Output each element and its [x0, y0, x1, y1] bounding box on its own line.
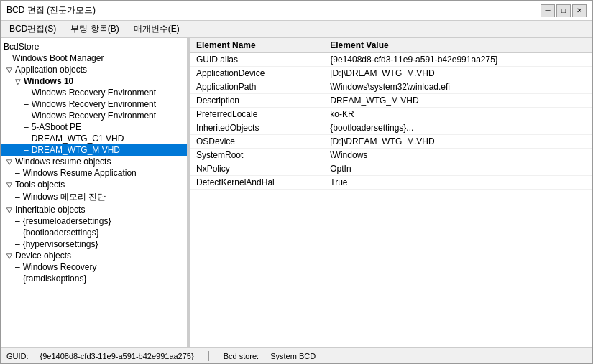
close-icon: ✕ [576, 6, 582, 14]
tree-item-hypervisor[interactable]: – {hypervisorsettings} [1, 238, 187, 250]
menu-params[interactable]: 매개변수(E) [128, 22, 185, 37]
expand-resume-icon: ▽ [6, 158, 12, 166]
tree-dash-2: – [24, 99, 29, 109]
tree-item-resume-app[interactable]: – Windows Resume Application [1, 167, 187, 179]
menu-bcd[interactable]: BCD편집(S) [4, 22, 62, 37]
device-objects-label: Device objects [15, 251, 71, 261]
resumeloader-label: {resumeloadersettings} [23, 216, 111, 226]
element-value-cell: True [324, 176, 592, 190]
windows10-label: Windows 10 [24, 76, 73, 86]
tree-item-dream-c1[interactable]: – DREAM_WTG_C1 VHD [1, 133, 187, 144]
application-objects-label: Application objects [15, 65, 87, 75]
expand-win10-icon: ▽ [15, 78, 21, 85]
table-row[interactable]: PreferredLocaleko-KR [190, 108, 592, 121]
table-row[interactable]: ApplicationDevice[D:]\DREAM_WTG_M.VHD [190, 67, 592, 80]
tree-dash-4: – [24, 122, 29, 132]
tree-item-windows10[interactable]: ▽ Windows 10 [1, 75, 187, 87]
tree-item-bcdstore[interactable]: BcdStore [1, 41, 187, 52]
table-row[interactable]: InheritedObjects{bootloadersettings}... [190, 121, 592, 135]
dream-m-label: DREAM_WTG_M VHD [32, 145, 120, 155]
boot-manager-label: Windows Boot Manager [12, 53, 104, 63]
element-value-cell: DREAM_WTG_M VHD [324, 94, 592, 108]
tree-dash-3: – [24, 111, 29, 121]
tree-item-win-mem[interactable]: – Windows 메모리 진단 [1, 190, 187, 204]
inheritable-objects-label: Inheritable objects [15, 205, 85, 215]
element-value-cell: [D:]\DREAM_WTG_M.VHD [324, 67, 592, 80]
status-divider [208, 351, 209, 361]
col-element-value: Element Value [324, 38, 592, 53]
minimize-icon: ─ [545, 6, 550, 14]
resume-app-label: Windows Resume Application [23, 168, 137, 178]
expand-device-icon: ▽ [6, 252, 12, 260]
tree-dash-8: – [15, 192, 20, 202]
table-row[interactable]: NxPolicyOptIn [190, 162, 592, 176]
expand-tools-icon: ▽ [6, 181, 12, 189]
tree-item-wre1[interactable]: – Windows Recovery Environment [1, 87, 187, 98]
element-name-cell: InheritedObjects [190, 121, 324, 135]
element-value-cell: \Windows\system32\winload.efi [324, 80, 592, 94]
tree-item-dream-m[interactable]: – DREAM_WTG_M VHD [1, 144, 187, 156]
window-title: BCD 편집 (전문가모드) [6, 4, 96, 17]
tree-item-wre2[interactable]: – Windows Recovery Environment [1, 98, 187, 110]
tree-item-bootloader[interactable]: – {bootloadersettings} [1, 227, 187, 238]
element-name-cell: ApplicationPath [190, 80, 324, 94]
element-value-cell: ko-KR [324, 108, 592, 121]
element-name-cell: SystemRoot [190, 149, 324, 162]
bcdstore-label: BcdStore [4, 42, 39, 52]
element-value-cell: {bootloadersettings}... [324, 121, 592, 135]
tree-dash-5: – [24, 134, 29, 144]
table-row[interactable]: DescriptionDREAM_WTG_M VHD [190, 94, 592, 108]
table-row[interactable]: DetectKernelAndHalTrue [190, 176, 592, 190]
tree-item-boot-manager[interactable]: Windows Boot Manager [1, 52, 187, 64]
element-name-cell: NxPolicy [190, 162, 324, 176]
dream-c1-label: DREAM_WTG_C1 VHD [32, 134, 124, 144]
menu-boot[interactable]: 부팅 항목(B) [65, 22, 124, 37]
bootloader-label: {bootloadersettings} [23, 228, 99, 238]
tree-item-win-recovery[interactable]: – Windows Recovery [1, 261, 187, 273]
tree-item-application-objects[interactable]: ▽ Application objects [1, 64, 187, 75]
expand-inheritable-icon: ▽ [6, 206, 12, 214]
wre1-label: Windows Recovery Environment [32, 88, 156, 98]
table-row[interactable]: SystemRoot\Windows [190, 149, 592, 162]
guid-value: {9e1408d8-cfd3-11e9-a591-b42e991aa275} [40, 352, 194, 360]
tree-pane[interactable]: BcdStore Windows Boot Manager ▽ Applicat… [1, 38, 188, 347]
table-row[interactable]: GUID alias{9e1408d8-cfd3-11e9-a591-b42e9… [190, 53, 592, 67]
win-recovery-label: Windows Recovery [23, 262, 97, 272]
window-controls: ─ □ ✕ [541, 4, 587, 17]
tree-dash-11: – [15, 239, 20, 249]
element-value-cell: \Windows [324, 149, 592, 162]
maximize-button[interactable]: □ [556, 4, 571, 17]
tree-item-device-objects[interactable]: ▽ Device objects [1, 250, 187, 261]
element-name-cell: OSDevice [190, 135, 324, 149]
tree-dash-9: – [15, 216, 20, 226]
col-element-name: Element Name [190, 38, 324, 53]
tree-item-wre3[interactable]: – Windows Recovery Environment [1, 110, 187, 121]
tree-dash-6: – [24, 145, 29, 155]
tree-item-ramdisk[interactable]: – {ramdiskoptions} [1, 273, 187, 284]
menu-bar: BCD편집(S) 부팅 항목(B) 매개변수(E) [1, 21, 592, 38]
wre3-label: Windows Recovery Environment [32, 111, 156, 121]
asboot-label: 5-ASboot PE [32, 122, 81, 132]
tree-item-inheritable-objects[interactable]: ▽ Inheritable objects [1, 204, 187, 215]
hypervisor-label: {hypervisorsettings} [23, 239, 98, 249]
minimize-button[interactable]: ─ [541, 4, 555, 17]
tree-dash-10: – [15, 228, 20, 238]
tree-item-resumeloader[interactable]: – {resumeloadersettings} [1, 215, 187, 227]
element-name-cell: GUID alias [190, 53, 324, 67]
tree-dash-12: – [15, 262, 20, 272]
title-bar: BCD 편집 (전문가모드) ─ □ ✕ [1, 1, 592, 21]
tree-item-tools-objects[interactable]: ▽ Tools objects [1, 179, 187, 190]
element-name-cell: Description [190, 94, 324, 108]
detail-table: Element Name Element Value GUID alias{9e… [190, 38, 592, 190]
ramdisk-label: {ramdiskoptions} [23, 274, 87, 284]
close-button[interactable]: ✕ [572, 4, 587, 17]
element-name-cell: PreferredLocale [190, 108, 324, 121]
table-row[interactable]: OSDevice[D:]\DREAM_WTG_M.VHD [190, 135, 592, 149]
content-area: BcdStore Windows Boot Manager ▽ Applicat… [1, 38, 592, 347]
table-row[interactable]: ApplicationPath\Windows\system32\winload… [190, 80, 592, 94]
win-mem-label: Windows 메모리 진단 [23, 191, 106, 203]
tools-objects-label: Tools objects [15, 179, 65, 190]
tree-item-resume-objects[interactable]: ▽ Windows resume objects [1, 156, 187, 167]
tree-item-asboot[interactable]: – 5-ASboot PE [1, 121, 187, 133]
resume-objects-label: Windows resume objects [15, 157, 111, 167]
